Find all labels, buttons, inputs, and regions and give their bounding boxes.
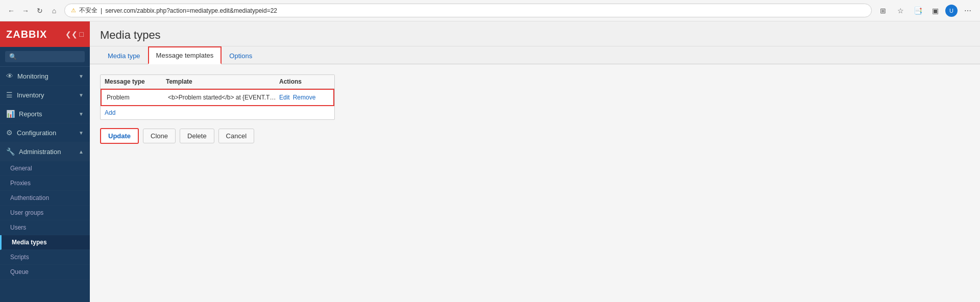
inventory-icon: ☰ xyxy=(6,91,13,99)
sidebar-sub-item-label: Media types xyxy=(12,239,47,246)
sidebar-sub-item-label: Scripts xyxy=(10,254,29,261)
chevron-down-icon: ▼ xyxy=(79,92,84,98)
security-icon: ⚠ xyxy=(71,7,76,14)
chevron-up-icon: ▲ xyxy=(79,149,84,155)
sidebar-item-administration[interactable]: 🔧 Administration ▲ xyxy=(0,142,90,161)
app-layout: ZABBIX ❮❮ □ 👁 Monitoring ▼ ☰ Inventory ▼… xyxy=(0,21,980,302)
url-text: server.com/zabbix.php?action=mediatype.e… xyxy=(105,7,277,14)
address-bar[interactable]: ⚠ 不安全 | server.com/zabbix.php?action=med… xyxy=(64,4,872,17)
home-button[interactable]: ⌂ xyxy=(48,5,60,17)
security-label: 不安全 xyxy=(79,6,97,15)
cell-actions: Edit Remove xyxy=(278,92,329,103)
sidebar-item-label: Administration xyxy=(19,148,61,156)
tab-media-type[interactable]: Media type xyxy=(100,47,148,64)
page-title: Media types xyxy=(100,29,970,42)
sidebar-sub-item-users[interactable]: Users xyxy=(0,220,90,235)
logo-text: ZABBIX xyxy=(6,29,47,40)
sidebar-sub-item-label: Queue xyxy=(10,268,29,275)
remove-link[interactable]: Remove xyxy=(293,94,316,101)
sidebar-sub-item-label: General xyxy=(10,165,32,172)
form-buttons: Update Clone Delete Cancel xyxy=(100,128,970,144)
sidebar-item-label: Configuration xyxy=(17,129,56,137)
sidebar-item-label: Inventory xyxy=(17,91,44,99)
sidebar-item-inventory[interactable]: ☰ Inventory ▼ xyxy=(0,86,90,105)
page-header: Media types xyxy=(90,21,980,46)
col-template: Template xyxy=(166,78,279,85)
delete-button[interactable]: Delete xyxy=(180,129,214,143)
tab-message-templates[interactable]: Message templates xyxy=(148,46,222,64)
cell-template: <b>Problem started</b> at {EVENT.TIME} o… xyxy=(167,92,278,103)
chevron-down-icon: ▼ xyxy=(79,111,84,117)
sidebar-sub-item-label: Proxies xyxy=(10,180,31,187)
monitoring-icon: 👁 xyxy=(6,72,13,80)
forward-button[interactable]: → xyxy=(19,5,32,17)
collapse-button[interactable]: ❮❮ xyxy=(65,30,78,38)
translate-button[interactable]: ⊞ xyxy=(876,4,890,18)
sidebar-sub-item-scripts[interactable]: Scripts xyxy=(0,250,90,265)
browser-apps-button[interactable]: ▣ xyxy=(928,4,942,18)
administration-icon: 🔧 xyxy=(6,147,15,156)
sidebar-sub-item-proxies[interactable]: Proxies xyxy=(0,176,90,191)
cell-message-type: Problem xyxy=(106,92,167,103)
table-row: Problem <b>Problem started</b> at {EVENT… xyxy=(101,89,334,106)
chevron-down-icon: ▼ xyxy=(79,73,84,79)
menu-button[interactable]: ⋯ xyxy=(961,4,975,18)
message-template-table: Message type Template Actions Problem <b… xyxy=(100,74,335,120)
table-header: Message type Template Actions xyxy=(101,75,334,89)
col-actions: Actions xyxy=(279,78,330,85)
sidebar-sub-item-label: Authentication xyxy=(10,194,49,202)
browser-nav-buttons: ← → ↻ ⌂ xyxy=(5,5,60,17)
sidebar-sub-item-label: Users xyxy=(10,224,26,231)
configuration-icon: ⚙ xyxy=(6,129,13,137)
sidebar-sub-item-general[interactable]: General xyxy=(0,161,90,176)
sidebar: ZABBIX ❮❮ □ 👁 Monitoring ▼ ☰ Inventory ▼… xyxy=(0,21,90,302)
refresh-button[interactable]: ↻ xyxy=(34,5,46,17)
sidebar-item-monitoring[interactable]: 👁 Monitoring ▼ xyxy=(0,67,90,86)
sidebar-sub-item-user-groups[interactable]: User groups xyxy=(0,206,90,220)
content-area: Message type Template Actions Problem <b… xyxy=(90,64,980,302)
clone-button[interactable]: Clone xyxy=(143,129,176,143)
tab-options[interactable]: Options xyxy=(222,47,260,64)
search-bar xyxy=(0,47,90,67)
fullscreen-button[interactable]: □ xyxy=(80,30,84,38)
edit-link[interactable]: Edit xyxy=(279,94,290,101)
sidebar-sub-item-label: User groups xyxy=(10,209,43,216)
add-link[interactable]: Add xyxy=(101,106,334,119)
sidebar-item-label: Reports xyxy=(19,110,42,118)
update-button[interactable]: Update xyxy=(100,128,139,144)
sidebar-item-label: Monitoring xyxy=(17,72,48,80)
sidebar-sub-item-queue[interactable]: Queue xyxy=(0,265,90,280)
cancel-button[interactable]: Cancel xyxy=(218,129,254,143)
sidebar-item-reports[interactable]: 📊 Reports ▼ xyxy=(0,105,90,123)
tabs-container: Media type Message templates Options xyxy=(90,46,980,64)
main-content: Media types Media type Message templates… xyxy=(90,21,980,302)
reports-icon: 📊 xyxy=(6,110,15,118)
sidebar-logo: ZABBIX ❮❮ □ xyxy=(0,21,90,47)
col-message-type: Message type xyxy=(105,78,166,85)
browser-chrome: ← → ↻ ⌂ ⚠ 不安全 | server.com/zabbix.php?ac… xyxy=(0,0,980,21)
reading-list-button[interactable]: 📑 xyxy=(911,4,925,18)
sidebar-sub-item-media-types[interactable]: Media types xyxy=(0,235,90,250)
sidebar-item-configuration[interactable]: ⚙ Configuration ▼ xyxy=(0,123,90,142)
logo-icons: ❮❮ □ xyxy=(65,30,84,38)
sidebar-sub-item-authentication[interactable]: Authentication xyxy=(0,191,90,206)
bookmark-button[interactable]: ☆ xyxy=(893,4,908,18)
browser-actions: ⊞ ☆ 📑 ▣ U ⋯ xyxy=(876,4,975,18)
chevron-down-icon: ▼ xyxy=(79,130,84,136)
search-input[interactable] xyxy=(5,51,85,62)
back-button[interactable]: ← xyxy=(5,5,17,17)
avatar[interactable]: U xyxy=(945,5,958,17)
separator: | xyxy=(101,7,102,14)
